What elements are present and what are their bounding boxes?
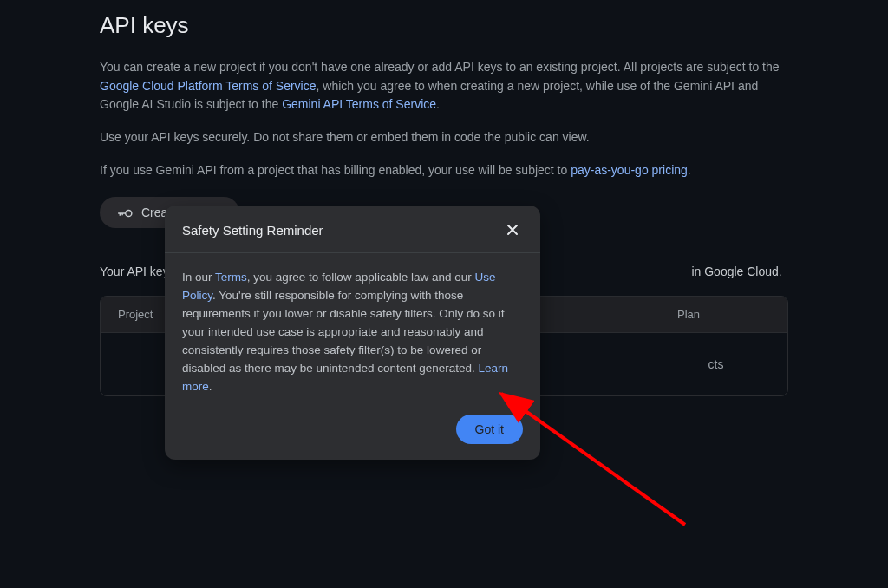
got-it-button[interactable]: Got it [456,415,523,444]
modal-text: In our [182,271,215,284]
close-icon [506,223,519,237]
close-modal-button[interactable] [502,219,523,240]
modal-title: Safety Setting Reminder [182,223,323,238]
modal-body: In our Terms, you agree to follow applic… [165,253,540,404]
modal-header: Safety Setting Reminder [165,206,540,253]
modal-text: . [209,380,212,393]
safety-reminder-modal: Safety Setting Reminder In our Terms, yo… [165,206,540,460]
modal-overlay: Safety Setting Reminder In our Terms, yo… [0,0,888,588]
modal-text: , you agree to follow applicable law and… [247,271,475,284]
terms-link[interactable]: Terms [215,271,247,284]
modal-footer: Got it [165,404,540,460]
modal-text: . You're still responsible for complying… [182,289,504,375]
